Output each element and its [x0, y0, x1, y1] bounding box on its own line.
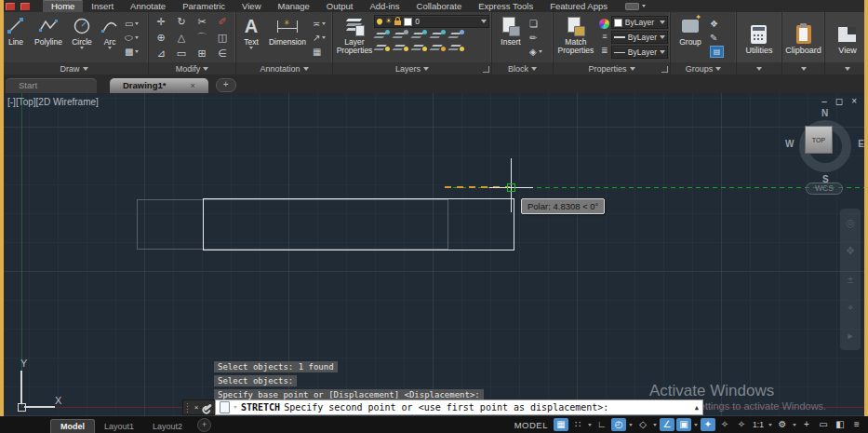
dimension-button[interactable]: Dimension	[264, 13, 311, 47]
viewcube[interactable]: TOP N S W E	[793, 114, 858, 179]
lineweight-dropdown[interactable]: ByLayer	[611, 31, 668, 44]
snap-icon[interactable]: ∷	[570, 418, 585, 431]
layer-isolate-icon[interactable]	[376, 30, 390, 40]
command-input[interactable]: STRETCH Specify second point or <use fir…	[215, 399, 703, 415]
layer-current-icon[interactable]	[413, 42, 427, 52]
rotate-icon[interactable]: ↻	[177, 16, 185, 28]
layer-lock-tool-icon[interactable]	[432, 30, 446, 40]
tab-home[interactable]: Home	[43, 0, 83, 12]
close-tab-icon[interactable]: ×	[190, 78, 194, 93]
tab-express-tools[interactable]: Express Tools	[470, 0, 541, 12]
annotation-scale-person-icon[interactable]: ✧	[734, 418, 749, 431]
graphics-performance-icon[interactable]: ◧	[833, 418, 848, 431]
layer-dropdown[interactable]: ☀ 0	[374, 15, 489, 28]
close-icon[interactable]: ×	[851, 96, 857, 106]
chevron-down-icon[interactable]	[108, 47, 112, 49]
offset-icon[interactable]: ∈	[218, 47, 227, 60]
panel-label-view[interactable]	[825, 62, 868, 74]
model-tab[interactable]: Model	[50, 419, 95, 433]
chevron-down-icon[interactable]	[653, 424, 657, 426]
lineweight-list-icon[interactable]: ≡	[602, 31, 607, 43]
workspace-gear-icon[interactable]: ⚙	[775, 418, 790, 431]
chevron-down-icon[interactable]	[249, 47, 253, 49]
table-tool[interactable]: ▦	[313, 46, 326, 58]
match-properties-button[interactable]: Match Properties	[555, 13, 596, 56]
panel-label-modify[interactable]: Modify	[149, 62, 235, 74]
layout1-tab[interactable]: Layout1	[95, 420, 143, 433]
group-button[interactable]: Group	[673, 13, 708, 47]
connect-icon[interactable]	[625, 3, 639, 10]
group-selection-toggle[interactable]: ▤	[710, 46, 724, 58]
group-edit-tool[interactable]: ✎	[710, 32, 724, 44]
drag-handle[interactable]	[186, 402, 189, 413]
chevron-down-icon[interactable]	[793, 424, 796, 426]
viewcube-east[interactable]: E	[858, 139, 864, 149]
polyline-button[interactable]: Polyline	[30, 13, 67, 47]
viewcube-north[interactable]: N	[821, 108, 828, 118]
isolate-objects-icon[interactable]: ▭	[816, 418, 831, 431]
object-color-dropdown[interactable]: ByLayer	[611, 16, 668, 29]
panel-label-utilities[interactable]	[737, 62, 781, 74]
chevron-down-icon[interactable]	[588, 424, 592, 426]
stretch-icon[interactable]: ⊿	[156, 47, 165, 60]
tab-view[interactable]: View	[234, 0, 269, 12]
text-button[interactable]: A Text	[238, 13, 264, 50]
linear-dimension-tool[interactable]: ≍	[313, 18, 326, 30]
layer-unlock-icon[interactable]	[432, 42, 446, 52]
history-up-icon[interactable]: ▲	[695, 404, 699, 412]
nav-wheel-icon[interactable]: ◎	[846, 217, 855, 229]
viewcube-west[interactable]: W	[785, 139, 794, 149]
polar-tracking-icon[interactable]: ◴	[611, 418, 626, 431]
ungroup-tool[interactable]: ❖	[710, 18, 724, 30]
utilities-button[interactable]: Utilities	[744, 21, 773, 56]
chevron-down-icon[interactable]	[80, 47, 84, 49]
circle-button[interactable]: Circle	[67, 13, 97, 50]
line-button[interactable]: Line	[2, 13, 30, 47]
new-drawing-button[interactable]: +	[216, 78, 236, 92]
linetype-dropdown[interactable]: ByLayer	[611, 46, 668, 59]
trim-icon[interactable]: ✂	[197, 16, 206, 28]
grid-icon[interactable]: ▦	[554, 418, 568, 431]
scale-icon[interactable]: ▭	[177, 47, 186, 60]
pan-icon[interactable]: ✥	[846, 245, 854, 257]
mirror-icon[interactable]: △	[178, 32, 185, 44]
drawing-canvas[interactable]: [-][Top][2D Wireframe] – ◻ × Polar: 4.83…	[0, 93, 868, 416]
annotation-visibility-icon[interactable]: ✦	[701, 418, 715, 431]
tab-parametric[interactable]: Parametric	[174, 0, 234, 12]
wcs-indicator[interactable]: WCS	[806, 183, 843, 195]
panel-label-groups[interactable]: Groups	[671, 62, 736, 74]
panel-label-clipboard[interactable]	[782, 62, 824, 74]
dialog-launcher-icon[interactable]	[661, 66, 668, 73]
close-command-icon[interactable]: ×	[194, 403, 199, 412]
insert-button[interactable]: Insert	[494, 13, 527, 47]
file-tab-drawing1[interactable]: Drawing1* ×	[110, 78, 208, 93]
ellipse-tool[interactable]: ⬭	[125, 32, 139, 44]
layer-freeze-tool-icon[interactable]	[413, 30, 427, 40]
layer-properties-button[interactable]: Layer Properties	[335, 13, 374, 56]
wrench-icon[interactable]	[204, 403, 212, 411]
object-snap-tracking-icon[interactable]: ∠	[660, 418, 674, 431]
move-icon[interactable]: ✛	[156, 16, 165, 28]
isodraft-icon[interactable]: ◇	[635, 418, 650, 431]
customization-menu-icon[interactable]: ≡	[849, 418, 864, 431]
chevron-down-icon[interactable]	[629, 424, 633, 426]
create-block-tool[interactable]: ❏	[529, 18, 542, 30]
layer-on-tool-icon[interactable]	[376, 42, 390, 52]
fillet-icon[interactable]: ⌒	[197, 32, 207, 44]
layer-unisolate-icon[interactable]	[394, 30, 408, 40]
chevron-down-icon[interactable]	[694, 424, 698, 426]
explode-icon[interactable]: ◫	[218, 32, 227, 44]
ortho-icon[interactable]: ∟	[594, 418, 609, 431]
tab-annotate[interactable]: Annotate	[122, 0, 174, 12]
panel-label-properties[interactable]: Properties	[554, 62, 670, 74]
clipboard-button[interactable]: Clipboard	[784, 21, 822, 56]
tab-output[interactable]: Output	[318, 0, 362, 12]
chevron-down-icon[interactable]	[234, 406, 237, 409]
restore-icon[interactable]: ◻	[835, 96, 843, 106]
block-attributes-tool[interactable]: ◈	[529, 46, 542, 58]
rectangle-tool[interactable]: ▭	[125, 18, 139, 30]
model-space-label[interactable]: MODEL	[514, 420, 548, 430]
navigation-bar[interactable]: ◎ ✥ ± ⌖ ▸	[840, 209, 861, 350]
tab-collaborate[interactable]: Collaborate	[408, 0, 471, 12]
tab-add-ins[interactable]: Add-ins	[361, 0, 407, 12]
